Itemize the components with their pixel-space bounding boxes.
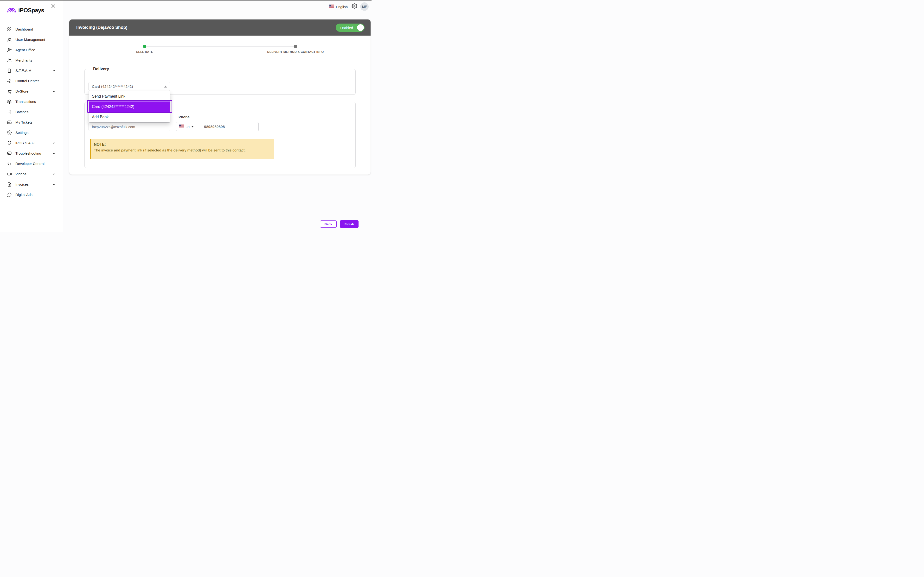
sidebar-item-merchants[interactable]: Merchants bbox=[0, 55, 63, 65]
us-flag-icon bbox=[179, 124, 184, 129]
monitor-warning-icon bbox=[7, 151, 12, 156]
chevron-down-icon bbox=[52, 172, 56, 176]
toggle-label: Enabled bbox=[340, 24, 353, 32]
sidebar-item-my-tickets[interactable]: My Tickets bbox=[0, 117, 63, 127]
sidebar-item-label: My Tickets bbox=[15, 120, 32, 124]
option-add-bank[interactable]: Add Bank bbox=[89, 112, 170, 122]
select-value: Card (424242******4242) bbox=[92, 84, 133, 89]
sidebar-item-label: Developer Central bbox=[15, 161, 45, 166]
chevron-down-icon bbox=[52, 69, 56, 73]
sidebar-item-label: Agent Office bbox=[15, 48, 35, 52]
layers-icon bbox=[7, 99, 12, 104]
sidebar-item-transactions[interactable]: Transactions bbox=[0, 97, 63, 107]
sidebar-item-label: Videos bbox=[15, 172, 26, 176]
caret-down-icon bbox=[192, 126, 194, 127]
file-minus-icon bbox=[7, 110, 12, 114]
terminal-device-icon bbox=[7, 68, 12, 73]
sidebar-item-label: Digital Ads bbox=[15, 193, 32, 197]
sidebar-nav: Dashboard User Management Agent Office M… bbox=[0, 24, 63, 200]
gear-icon bbox=[352, 3, 357, 10]
delivery-legend: Delivery bbox=[91, 67, 111, 71]
sidebar-item-dashboard[interactable]: Dashboard bbox=[0, 24, 63, 34]
sidebar-item-settings[interactable]: Settings bbox=[0, 127, 63, 138]
phone-field[interactable]: +1 9898989898 bbox=[176, 122, 258, 131]
us-flag-icon bbox=[329, 5, 334, 9]
sidebar-item-label: Batches bbox=[15, 110, 28, 114]
sidebar-item-batches[interactable]: Batches bbox=[0, 107, 63, 117]
caret-up-icon bbox=[164, 85, 167, 87]
users-icon bbox=[7, 37, 12, 42]
sidebar-item-label: User Management bbox=[15, 37, 45, 42]
back-button[interactable]: Back bbox=[320, 221, 337, 228]
language-selector[interactable]: English bbox=[329, 4, 348, 10]
sidebar-item-label: Control Center bbox=[15, 79, 39, 83]
avatar[interactable]: MF bbox=[360, 2, 368, 11]
option-card[interactable]: Card (424242******4242) bbox=[89, 102, 170, 112]
settings-gear-button[interactable] bbox=[351, 3, 357, 10]
dashboard-icon bbox=[7, 27, 12, 32]
video-camera-icon bbox=[7, 172, 12, 176]
option-send-payment-link[interactable]: Send Payment Link bbox=[89, 91, 170, 102]
step-dot-sell-rate bbox=[143, 45, 146, 48]
sidebar-item-invoices[interactable]: Invoices bbox=[0, 179, 63, 189]
sidebar-item-label: Transactions bbox=[15, 100, 36, 104]
sidebar-item-control-center[interactable]: Control Center bbox=[0, 76, 63, 86]
delivery-method-dropdown: Send Payment Link Card (424242******4242… bbox=[89, 91, 170, 122]
sidebar-item-label: Troubleshooting bbox=[15, 151, 41, 155]
sidebar-item-label: Dashboard bbox=[15, 27, 33, 31]
sidebar-item-troubleshooting[interactable]: Troubleshooting bbox=[0, 148, 63, 158]
logo: iPOSpays bbox=[7, 5, 44, 14]
invoicing-panel: Invoicing (Dejavoo Shop) Enabled SELL RA… bbox=[69, 19, 371, 174]
toggle-knob bbox=[357, 24, 364, 31]
code-icon bbox=[7, 161, 12, 166]
user-plus-icon bbox=[7, 48, 12, 52]
invoice-document-icon bbox=[7, 182, 12, 187]
sidebar-item-label: S.T.E.A.M bbox=[15, 69, 32, 73]
sidebar-item-steam[interactable]: S.T.E.A.M bbox=[0, 65, 63, 76]
phone-value: 9898989898 bbox=[204, 124, 225, 129]
sidebar-item-label: Invoices bbox=[15, 182, 29, 186]
country-code-selector[interactable]: +1 bbox=[179, 124, 194, 129]
note-body: The invoice and payment link (if selecte… bbox=[94, 148, 270, 152]
stepper-line bbox=[145, 47, 296, 47]
sidebar-item-digital-ads[interactable]: Digital Ads bbox=[0, 189, 63, 200]
sidebar-item-ipos-safe[interactable]: iPOS S.A.F.E bbox=[0, 138, 63, 148]
close-icon bbox=[51, 3, 56, 10]
delivery-method-select[interactable]: Card (424242******4242) bbox=[89, 82, 170, 91]
sidebar-item-label: Merchants bbox=[15, 58, 32, 62]
sliders-icon bbox=[7, 79, 12, 84]
ipospays-logo-icon bbox=[7, 5, 16, 14]
note-box: NOTE: The invoice and payment link (if s… bbox=[90, 139, 274, 159]
page-title: Invoicing (Dejavoo Shop) bbox=[76, 25, 127, 30]
sidebar-close-button[interactable] bbox=[50, 3, 57, 10]
sidebar-item-label: DvStore bbox=[15, 89, 28, 93]
logo-text: iPOSpays bbox=[18, 8, 44, 14]
chevron-down-icon bbox=[52, 90, 56, 93]
finish-button[interactable]: Finish bbox=[340, 220, 359, 228]
chat-bubble-icon bbox=[7, 192, 12, 197]
avatar-initials: MF bbox=[362, 5, 367, 9]
sidebar-item-agent-office[interactable]: Agent Office bbox=[0, 45, 63, 55]
sidebar-item-dvstore[interactable]: DvStore bbox=[0, 86, 63, 97]
country-code: +1 bbox=[186, 125, 190, 129]
sidebar-item-user-management[interactable]: User Management bbox=[0, 34, 63, 45]
chevron-down-icon bbox=[52, 152, 56, 155]
users-icon bbox=[7, 58, 12, 63]
sidebar-item-videos[interactable]: Videos bbox=[0, 169, 63, 179]
shopping-cart-icon bbox=[7, 89, 12, 94]
step-label-sell-rate: SELL RATE bbox=[124, 50, 165, 53]
chevron-down-icon bbox=[52, 183, 56, 186]
step-dot-delivery bbox=[294, 45, 297, 48]
shield-icon bbox=[7, 141, 12, 145]
chevron-down-icon bbox=[52, 141, 56, 145]
sidebar-item-label: Settings bbox=[15, 131, 28, 135]
sidebar-item-label: iPOS S.A.F.E bbox=[15, 141, 37, 145]
inbox-icon bbox=[7, 120, 12, 125]
note-title: NOTE: bbox=[94, 142, 270, 147]
sidebar: iPOSpays Dashboard User Management Agent… bbox=[0, 0, 63, 232]
sidebar-item-developer-central[interactable]: Developer Central bbox=[0, 158, 63, 169]
email-field[interactable] bbox=[89, 122, 170, 131]
enabled-toggle[interactable]: Enabled bbox=[336, 24, 365, 32]
step-label-delivery: DELIVERY METHOD & CONTACT INFO bbox=[257, 50, 334, 53]
panel-header: Invoicing (Dejavoo Shop) Enabled bbox=[69, 19, 371, 35]
